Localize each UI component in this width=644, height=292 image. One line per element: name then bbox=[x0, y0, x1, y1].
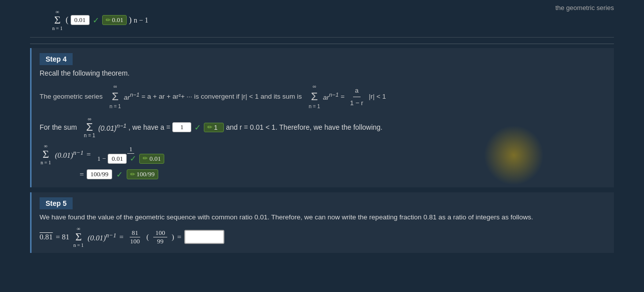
series-formula-line: ∞ Σ n = 1 (0.01)n−1 = 1 1 − 0.01 ✓ ✏ 0.0… bbox=[40, 143, 606, 165]
theorem-text1: The geometric series bbox=[40, 91, 103, 103]
result-pencil-icon: ✏ bbox=[130, 171, 135, 178]
theorem-ar1: arn−1 bbox=[124, 90, 139, 104]
top-check: ✓ bbox=[93, 16, 99, 25]
theorem-sum2: ∞ Σ n = 1 bbox=[309, 82, 320, 111]
theorem-text2: = a + ar + ar²+ ··· is convergent if |r|… bbox=[141, 91, 301, 103]
top-paren-close: ) bbox=[129, 15, 132, 25]
den-pencil-icon: ✏ bbox=[143, 155, 148, 162]
recall-text: Recall the following theorem. bbox=[40, 69, 606, 77]
for-sum-expr: (0.01)n−1 bbox=[98, 122, 126, 132]
result-equals: = bbox=[80, 170, 84, 179]
step5-label: Step 5 bbox=[40, 197, 73, 209]
result-line: = 100/99 ✓ ✏ 100/99 bbox=[80, 169, 606, 179]
theorem-sum1: ∞ Σ n = 1 bbox=[110, 82, 121, 111]
final-sum: ∞ Σ n = 1 bbox=[73, 226, 84, 248]
series-frac: 1 1 − 0.01 ✓ ✏ 0.01 bbox=[95, 145, 166, 164]
den-pencil[interactable]: ✏ 0.01 bbox=[139, 154, 164, 164]
for-sum-line: For the sum ∞ Σ n = 1 (0.01)n−1 , we hav… bbox=[40, 116, 606, 138]
top-sum-block: ∞ Σ n = 1 bbox=[52, 9, 63, 31]
for-sum-text3: and r = 0.01 < 1. Therefore, we have the… bbox=[226, 123, 383, 131]
final-paren-close: ) bbox=[172, 233, 174, 241]
top-paren-open: ( bbox=[66, 15, 69, 25]
result-input[interactable]: 100/99 bbox=[87, 169, 112, 179]
a-check: ✓ bbox=[194, 123, 201, 132]
step4-label: Step 4 bbox=[40, 53, 73, 65]
den-check: ✓ bbox=[130, 154, 136, 163]
final-expr: (0.01)n−1 bbox=[88, 232, 116, 242]
step5-box: Step 5 We have found the value of the ge… bbox=[30, 192, 614, 253]
final-paren-open: ( bbox=[146, 233, 149, 241]
step5-text: We have found the value of the geometric… bbox=[40, 213, 606, 221]
top-pencil-input[interactable]: ✏ 0.01 bbox=[102, 15, 127, 25]
top-base-input[interactable]: 0.01 bbox=[71, 15, 90, 25]
top-right-text: the geometric series bbox=[555, 4, 614, 12]
top-exponent: n − 1 bbox=[134, 16, 148, 25]
top-pencil-icon: ✏ bbox=[106, 17, 111, 24]
theorem-frac: a 1 − r bbox=[348, 85, 365, 109]
final-answer-box[interactable] bbox=[184, 230, 224, 244]
theorem-ar2: arn−1 bbox=[323, 90, 339, 104]
top-sum-sub: n = 1 bbox=[52, 26, 63, 31]
theorem-line: The geometric series ∞ Σ n = 1 arn−1 = a… bbox=[40, 82, 606, 111]
result-pencil[interactable]: ✏ 100/99 bbox=[127, 169, 158, 179]
series-equals: = bbox=[87, 150, 91, 159]
for-sum-text1: For the sum bbox=[40, 123, 77, 131]
final-frac1: 81 100 bbox=[128, 229, 142, 245]
step4-box: Step 4 Recall the following theorem. The… bbox=[30, 48, 614, 187]
a-input[interactable]: 1 bbox=[172, 122, 191, 132]
top-formula: the geometric series ∞ Σ n = 1 ( 0.01 ✓ … bbox=[30, 9, 614, 31]
final-eq3: = bbox=[177, 233, 181, 241]
den-input[interactable]: 0.01 bbox=[108, 154, 127, 164]
result-check: ✓ bbox=[116, 170, 123, 179]
series-expr: (0.01)n−1 bbox=[55, 149, 84, 160]
divider-top bbox=[30, 44, 614, 44]
series-sum: ∞ Σ n = 1 bbox=[41, 143, 51, 165]
a-pencil-icon: ✏ bbox=[207, 124, 212, 131]
a-pencil[interactable]: ✏ 1 bbox=[204, 123, 224, 132]
final-eq2: = bbox=[119, 233, 123, 241]
final-eq1: = 81 bbox=[56, 233, 69, 241]
theorem-text4: |r| < 1 bbox=[369, 91, 386, 103]
final-frac2: 100 99 bbox=[153, 229, 167, 245]
final-formula: 0.81 = 81 ∞ Σ n = 1 (0.01)n−1 = 81 100 (… bbox=[40, 226, 606, 248]
for-sum-text2: , we have a = bbox=[128, 123, 170, 131]
final-repeating: 0.81 bbox=[40, 233, 53, 241]
for-sum-block: ∞ Σ n = 1 bbox=[84, 116, 96, 138]
